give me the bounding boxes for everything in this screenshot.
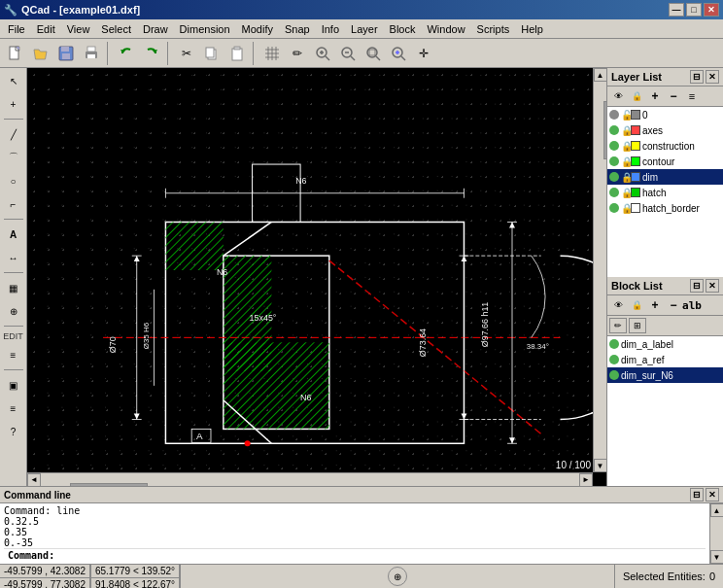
block-item-dim-a-ref[interactable]: dim_a_ref xyxy=(607,352,723,367)
svg-text:Ø73.64: Ø73.64 xyxy=(418,329,428,357)
block-lock-btn[interactable]: 🔒 xyxy=(628,297,645,313)
layer-item-hatch[interactable]: 🔒 hatch xyxy=(607,185,723,200)
block-edit-btn[interactable]: ✏ xyxy=(609,318,627,333)
block-add-btn[interactable]: + xyxy=(646,297,664,313)
block-tool[interactable]: ▣ xyxy=(3,374,24,396)
layer-list[interactable]: 🔓 0 🔒 axes 🔒 construction 🔒 contour xyxy=(607,107,723,277)
block-list[interactable]: ✏ ⊞ dim_a_label dim_a_ref dim_sur_N6 xyxy=(607,316,723,486)
zoom-fit-button[interactable] xyxy=(387,42,410,65)
block-panel-close[interactable]: ✕ xyxy=(706,279,719,293)
scroll-down-button[interactable]: ▼ xyxy=(594,459,607,472)
layer-item-0[interactable]: 🔓 0 xyxy=(607,107,723,122)
scroll-thumb-v[interactable] xyxy=(603,101,607,159)
arc-tool[interactable]: ⌒ xyxy=(3,147,24,168)
undo-button[interactable] xyxy=(115,42,138,65)
menu-info[interactable]: Info xyxy=(316,21,345,37)
menu-help[interactable]: Help xyxy=(515,21,549,37)
hatch-tool[interactable]: ▦ xyxy=(3,277,24,298)
svg-text:Ø70: Ø70 xyxy=(108,336,118,353)
block-eye-dim-a-ref xyxy=(609,355,619,364)
cmd-scroll-down[interactable]: ▼ xyxy=(710,550,724,564)
prop-tool[interactable]: ≡ xyxy=(3,344,24,365)
select-tool[interactable]: ↖ xyxy=(3,70,24,91)
scroll-right-button[interactable]: ► xyxy=(579,473,593,487)
layer-item-contour[interactable]: 🔒 contour xyxy=(607,154,723,169)
paste-button[interactable] xyxy=(225,42,249,65)
print-button[interactable] xyxy=(80,42,103,65)
layer-add-btn[interactable]: + xyxy=(646,88,664,104)
block-insert-btn[interactable]: ⊞ xyxy=(629,318,646,333)
snap-tool[interactable]: ⊕ xyxy=(3,300,24,322)
block-list-btn[interactable]: alb xyxy=(683,297,701,313)
layer-tool[interactable]: ≡ xyxy=(3,398,24,419)
menu-window[interactable]: Window xyxy=(421,21,470,37)
menu-block[interactable]: Block xyxy=(384,21,422,37)
open-button[interactable] xyxy=(29,42,52,65)
layer-list-btn[interactable]: ≡ xyxy=(683,88,701,104)
line-tool[interactable]: ╱ xyxy=(3,123,24,145)
new-button[interactable] xyxy=(4,42,27,65)
pencil-button[interactable]: ✏ xyxy=(286,42,309,65)
move-tool[interactable]: + xyxy=(3,93,24,115)
canvas-scrollbar-h[interactable]: ◄ ► xyxy=(27,472,593,486)
cmd-scrollbar[interactable]: ▲ ▼ xyxy=(709,503,723,564)
zoom-in-button[interactable] xyxy=(311,42,334,65)
block-remove-btn[interactable]: − xyxy=(665,297,682,313)
svg-line-21 xyxy=(326,56,329,60)
menu-file[interactable]: File xyxy=(2,21,31,37)
svg-rect-11 xyxy=(206,48,214,57)
canvas-area[interactable]: N6 N6 N6 A 15x45° Ø70 Ø35 H6 Ø73.64 Ø97.… xyxy=(27,68,606,486)
menu-scripts[interactable]: Scripts xyxy=(471,21,516,37)
block-item-dim-sur-n6[interactable]: dim_sur_N6 xyxy=(607,367,723,383)
close-button[interactable]: ✕ xyxy=(704,3,719,17)
menu-modify[interactable]: Modify xyxy=(236,21,279,37)
save-button[interactable] xyxy=(54,42,78,65)
maximize-button[interactable]: □ xyxy=(686,3,702,17)
move-button[interactable]: ✛ xyxy=(412,42,435,65)
block-item-dim-a-label[interactable]: dim_a_label xyxy=(607,336,723,352)
layer-eye-0 xyxy=(609,110,619,120)
layer-lock-btn[interactable]: 🔒 xyxy=(628,88,645,104)
minimize-button[interactable]: — xyxy=(669,3,684,17)
menu-draw[interactable]: Draw xyxy=(137,21,174,37)
text-tool[interactable]: A xyxy=(3,224,24,245)
scroll-up-button[interactable]: ▲ xyxy=(594,68,607,82)
cmd-close[interactable]: ✕ xyxy=(706,488,719,502)
canvas-scrollbar-v[interactable]: ▲ ▼ xyxy=(593,68,606,472)
layer-lock-construction: 🔒 xyxy=(621,141,629,152)
unknown-tool[interactable]: ? xyxy=(3,421,24,442)
circle-tool[interactable]: ○ xyxy=(3,170,24,191)
redo-button[interactable] xyxy=(140,42,163,65)
zoom-out-button[interactable] xyxy=(336,42,360,65)
layer-item-axes[interactable]: 🔒 axes xyxy=(607,122,723,138)
cmd-input[interactable] xyxy=(58,550,702,561)
menu-dimension[interactable]: Dimension xyxy=(174,21,236,37)
dim-tool[interactable]: ↔ xyxy=(3,247,24,268)
cmd-scroll-up[interactable]: ▲ xyxy=(710,503,724,517)
menu-edit[interactable]: Edit xyxy=(31,21,61,37)
block-eye-btn[interactable]: 👁 xyxy=(609,297,627,313)
layer-remove-btn[interactable]: − xyxy=(665,88,682,104)
cmd-undock[interactable]: ⊟ xyxy=(690,488,704,502)
cut-button[interactable]: ✂ xyxy=(175,42,198,65)
layer-eye-btn[interactable]: 👁 xyxy=(609,88,627,104)
menu-layer[interactable]: Layer xyxy=(345,21,384,37)
grid-button[interactable] xyxy=(260,42,284,65)
polyline-tool[interactable]: ⌐ xyxy=(3,193,24,215)
layer-panel-close[interactable]: ✕ xyxy=(706,70,719,84)
layer-item-hatch-border[interactable]: 🔒 hatch_border xyxy=(607,200,723,216)
scroll-left-button[interactable]: ◄ xyxy=(27,473,41,487)
svg-text:Ø35 H6: Ø35 H6 xyxy=(142,322,151,349)
block-panel-undock[interactable]: ⊟ xyxy=(690,279,704,293)
layer-panel-undock[interactable]: ⊟ xyxy=(690,70,704,84)
copy-button[interactable] xyxy=(200,42,224,65)
status-coord-1: -49.5799 , 42.3082 xyxy=(0,565,90,577)
layer-lock-hatch: 🔒 xyxy=(621,188,629,198)
layer-item-construction[interactable]: 🔒 construction xyxy=(607,138,723,154)
menu-snap[interactable]: Snap xyxy=(279,21,316,37)
layer-item-dim[interactable]: 🔒 dim xyxy=(607,169,723,185)
zoom-window-button[interactable] xyxy=(362,42,385,65)
menu-select[interactable]: Select xyxy=(95,21,137,37)
scroll-thumb-h[interactable] xyxy=(70,483,148,487)
menu-view[interactable]: View xyxy=(61,21,96,37)
